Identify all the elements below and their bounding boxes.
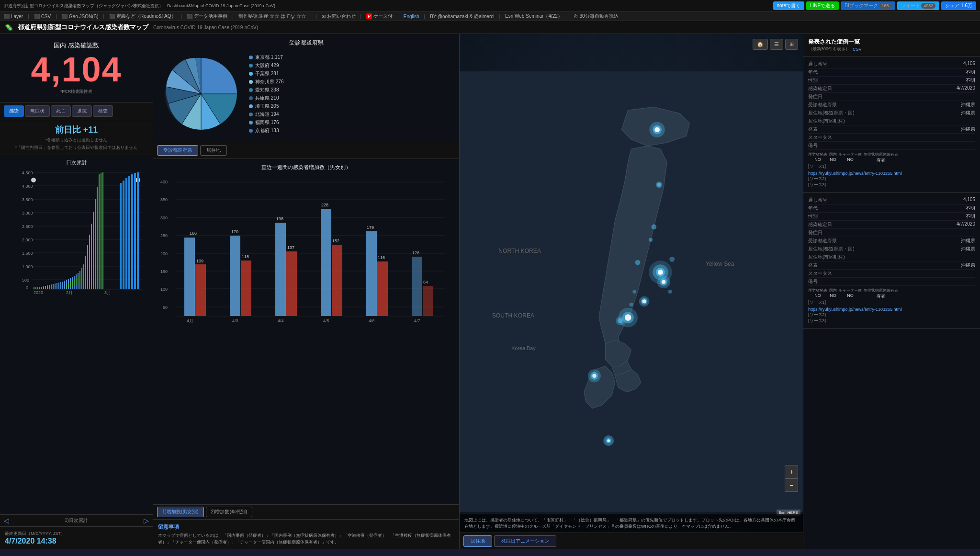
line-button[interactable]: LINEで送る [806,1,839,10]
svg-text:300: 300 [160,216,168,220]
bar-section: 直近一週間の感染者増加数（男女別） 400 350 300 250 200 15… [153,159,459,504]
stats-title: 国内 感染確認数 [7,41,146,50]
svg-text:166: 166 [190,231,197,236]
map-home-btn[interactable]: 🏠 [753,39,768,50]
chart-next[interactable]: ▷ [144,517,149,524]
legend-saitama: 埼玉県 205 [249,103,283,110]
tab-death[interactable]: 死亡 [51,105,71,117]
svg-point-181 [635,260,641,265]
nav-layer[interactable]: ⬛Layer [4,14,23,19]
notes-title: 留意事項 [158,523,454,531]
svg-text:4月: 4月 [187,318,193,323]
nav-esri[interactable]: Esri Web Seminar（4/22） [505,13,563,20]
tab-asymptomatic[interactable]: 無症状 [25,105,50,117]
csv-link[interactable]: CSV [853,47,862,52]
svg-rect-143 [412,257,422,316]
map-btn-animation[interactable]: 発症日アニメーション [494,535,556,547]
source-url-1[interactable]: https://ryukyushimpo.jp/news/entry-11032… [808,171,975,176]
svg-point-185 [668,290,672,294]
svg-text:SOUTH KOREA: SOUTH KOREA [492,312,535,319]
tab-infection[interactable]: 感染 [4,105,24,117]
svg-rect-86 [128,176,130,289]
tweet-button[interactable]: ツイート 4932 [897,1,940,10]
svg-text:228: 228 [321,203,328,207]
svg-point-164 [662,280,665,284]
pie-tab-prefecture[interactable]: 受診都道府県 [157,145,198,156]
case-row: 感染確定日 4/7/2020 [808,85,975,93]
compare-note1: *各確積り込みとは連動しません [7,137,146,143]
svg-point-172 [618,318,623,323]
svg-text:3,000: 3,000 [22,211,33,216]
svg-point-157 [657,183,661,187]
compare-box: 前日比 +11 *各確積り込みとは連動しません *「陽性判明日」を参照しており公… [0,120,153,155]
source-label: [ソース1] [808,163,975,170]
svg-rect-28 [39,287,40,289]
map-footer: 地図上には、感染者の居住地について、「市区町村」・「（総合）振興局」・「都道府県… [460,514,803,549]
case-row: 発症日 [808,229,975,237]
svg-text:2月: 2月 [66,290,73,295]
nav-geojson[interactable]: ⬛Geo.JSON(B) [62,14,99,19]
svg-text:100: 100 [160,287,168,292]
bar-tab-age[interactable]: 2)増加数(年代別) [206,507,253,517]
pie-tab-residence[interactable]: 居住地 [200,145,227,156]
svg-text:2,500: 2,500 [22,224,33,229]
svg-point-183 [629,303,633,306]
map-grid-btn[interactable]: ⊞ [785,39,798,50]
nav-english[interactable]: English [404,14,419,19]
map-btn-residence[interactable]: 居住地 [463,535,492,547]
nav-auto[interactable]: ⏱30分毎自動再読込 [574,13,619,20]
legend-hokkaido: 北海道 194 [249,111,283,118]
bar-tab-gender[interactable]: 1)増加数(男女別) [157,507,204,517]
svg-point-178 [607,439,609,442]
source-url-2[interactable]: https://ryukyushimpo.jp/news/entry-11032… [808,307,975,312]
svg-rect-36 [55,284,56,289]
nav-definitions[interactable]: ⬛定義など（Readme&FAQ） [109,13,176,20]
svg-rect-31 [45,286,46,289]
svg-rect-67 [74,279,75,285]
map-list-btn[interactable]: ☰ [770,39,783,50]
pcr-note: *PCR検査陽性者 [7,89,146,95]
source-label-4: [ソース1] [808,299,975,306]
svg-rect-60 [34,288,34,289]
svg-text:350: 350 [160,197,168,202]
svg-rect-85 [125,178,127,289]
zoom-out-btn[interactable]: − [785,478,798,492]
svg-rect-40 [62,282,63,289]
share-button[interactable]: シェア 1.6万 [941,1,976,10]
nav-mail[interactable]: ✉お問い合わせ [322,13,356,20]
svg-rect-81 [101,173,101,289]
nav-by: BY:@oohamazaki & @aimerci [430,14,494,19]
nav-csv[interactable]: ⬛CSV [34,14,51,19]
svg-text:4/3: 4/3 [232,318,238,323]
case-row: 性別 不明 [808,77,975,85]
map-panel: NORTH KOREA SOUTH KOREA Korea Bay Yellow… [460,34,803,549]
chart-prev[interactable]: ◁ [4,517,9,524]
case-row: 備号 [808,142,975,150]
svg-point-175 [592,374,596,378]
note-button[interactable]: noteで書く [773,1,804,10]
zoom-in-btn[interactable]: + [785,465,798,478]
flag-asymptomatic-2: 無症状病原体保有者 有者 [864,288,898,299]
map-zoom: + − [785,465,798,492]
tab-test[interactable]: 検査 [93,105,113,117]
nav-secret[interactable]: 制作秘話:謝産 ☆☆ はてな ☆☆ [238,13,306,20]
svg-rect-138 [366,231,377,316]
svg-text:Korea Bay: Korea Bay [511,345,536,351]
nav-data[interactable]: ⬛データ活用事例 [187,13,227,20]
nav-p[interactable]: Pケース付 [366,13,393,20]
legend-kanagawa: 神奈川県 276 [249,79,283,85]
map-note: 地図上には、感染者の居住地について、「市区町村」・「（総合）振興局」・「都道府県… [460,514,803,533]
svg-rect-80 [99,174,100,284]
tab-discharged[interactable]: 退院 [72,105,92,117]
svg-point-184 [669,257,675,262]
bookmark-button[interactable]: BIブックマーク 165 [841,1,895,10]
svg-rect-63 [66,285,67,289]
flag-mhlw-2: 厚労省発表 NO [808,288,827,299]
svg-point-167 [642,299,646,303]
svg-rect-119 [195,264,206,316]
top-bar: 都道府県別新型コロナウイルス感染者数マップ（ジャッグジャパン株式会社提供） - … [0,0,980,12]
svg-rect-38 [58,283,59,289]
svg-rect-64 [68,284,69,288]
svg-rect-75 [89,235,90,287]
case-row: 性別 不明 [808,213,975,221]
